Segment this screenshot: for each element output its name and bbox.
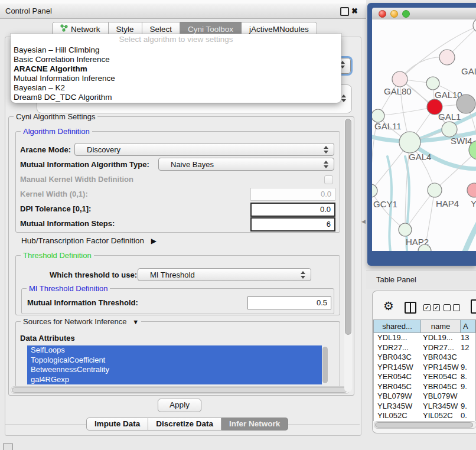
- table-cell[interactable]: [459, 392, 475, 402]
- dpi-tolerance-input[interactable]: 0.0: [250, 203, 335, 217]
- mi-threshold-input[interactable]: 0.5: [247, 296, 331, 309]
- column-header-name[interactable]: name: [421, 320, 461, 332]
- table-cell[interactable]: [459, 353, 475, 363]
- network-node-gcy1[interactable]: [372, 184, 377, 197]
- table-row[interactable]: YLR345WYLR345W9.: [374, 402, 475, 412]
- network-node-hap2[interactable]: [399, 223, 412, 236]
- attribute-item[interactable]: SelfLoops: [27, 345, 322, 356]
- settings-vertical-scrollbar[interactable]: [344, 118, 352, 392]
- table-cell[interactable]: 9.: [459, 402, 475, 412]
- select-all-icon[interactable]: ✓ ✓: [423, 304, 440, 311]
- table-horizontal-scrollbar[interactable]: [374, 421, 476, 429]
- table-row[interactable]: YBR043CYBR043C: [374, 353, 475, 363]
- gear-icon[interactable]: ⚙: [383, 299, 394, 313]
- table-cell[interactable]: 12: [459, 343, 475, 353]
- dropdown-item[interactable]: Bayesian – K2: [11, 83, 341, 93]
- column-header-partial[interactable]: A: [461, 320, 475, 332]
- show-columns-icon[interactable]: [405, 302, 416, 314]
- aracne-mode-combobox[interactable]: Discovery: [74, 143, 334, 156]
- attribute-item[interactable]: TopologicalCoefficient: [27, 356, 322, 366]
- table-row[interactable]: YDR27...YDR27...12: [374, 343, 475, 353]
- mac-minimize-button[interactable]: [390, 10, 398, 18]
- table-cell[interactable]: 9.: [459, 363, 475, 373]
- table-cell[interactable]: YLR345W: [374, 402, 420, 412]
- table-cell[interactable]: YBR043C: [374, 353, 420, 363]
- table-row[interactable]: YER054CYER054C8.: [374, 372, 475, 382]
- network-edge[interactable]: [378, 107, 435, 116]
- panel-corner-icon[interactable]: [3, 443, 13, 450]
- table-cell[interactable]: 8.: [459, 372, 475, 382]
- network-node-gal11[interactable]: [372, 109, 384, 122]
- table-cell[interactable]: 13: [459, 333, 475, 343]
- divider-collapse-icon[interactable]: ◀: [361, 219, 366, 224]
- table-cell[interactable]: YPR145W: [374, 363, 420, 373]
- table-cell[interactable]: YDR27...: [420, 343, 459, 353]
- node-label: SWI4: [451, 136, 472, 146]
- table-cell[interactable]: YER054C: [374, 372, 420, 382]
- mi-steps-input[interactable]: 6: [250, 217, 335, 231]
- combobox-value: MI Threshold: [150, 270, 195, 279]
- table-cell[interactable]: YBL079W: [374, 392, 420, 402]
- table-cell[interactable]: YBR045C: [420, 382, 459, 392]
- apply-button[interactable]: Apply: [158, 399, 201, 412]
- table-cell[interactable]: YLR345W: [420, 402, 459, 412]
- table-cell[interactable]: YPR145W: [420, 363, 459, 373]
- kernel-width-input[interactable]: 0.0: [250, 188, 335, 201]
- tab-impute-data[interactable]: Impute Data: [86, 418, 148, 431]
- which-threshold-combobox[interactable]: MI Threshold: [138, 268, 311, 281]
- tab-discretize-data[interactable]: Discretize Data: [148, 418, 221, 431]
- table-cell[interactable]: YIL052C: [420, 411, 459, 421]
- attribute-item[interactable]: BetweennessCentrality: [27, 365, 322, 375]
- hub-definition-label: Hub/Transcription Factor Definition: [21, 236, 144, 245]
- network-node-gal10[interactable]: [426, 77, 439, 90]
- table-cell[interactable]: YIL052C: [374, 411, 420, 421]
- table-cell[interactable]: YDL19...: [374, 333, 420, 343]
- table-cell[interactable]: YDR27...: [374, 343, 420, 353]
- checked-box-icon: ✓: [423, 304, 431, 311]
- expand-arrow-icon: ▶: [151, 237, 157, 245]
- collapse-arrow-icon[interactable]: ▼: [132, 318, 139, 325]
- new-table-icon[interactable]: [471, 299, 476, 314]
- network-canvas[interactable]: GALGAL80GAL10GAL1GAL11SWI4GAL4GCY1HAP4YH…: [372, 19, 476, 251]
- float-window-icon[interactable]: [340, 7, 349, 16]
- dropdown-item[interactable]: Dream8 DC_TDC Algorithm: [11, 93, 341, 102]
- manual-kernel-checkbox[interactable]: [324, 175, 333, 184]
- attribute-item[interactable]: gal4RGexp: [27, 375, 322, 385]
- dropdown-item[interactable]: Basic Correlation Inference: [11, 55, 341, 64]
- settings-horizontal-scrollbar[interactable]: [11, 386, 350, 394]
- table-row[interactable]: YIL052CYIL052C0.: [374, 411, 475, 421]
- deselect-all-icon[interactable]: [444, 304, 460, 311]
- network-node-gal80[interactable]: [392, 71, 407, 87]
- network-node-gal4[interactable]: [399, 132, 420, 153]
- close-icon[interactable]: ✖: [351, 4, 358, 18]
- table-row[interactable]: YBR045CYBR045C9.: [374, 382, 475, 392]
- table-cell[interactable]: 0.: [459, 411, 475, 421]
- dropdown-item[interactable]: Mutual Information Inference: [11, 74, 341, 83]
- network-node-gal[interactable]: [439, 50, 455, 65]
- network-window-titlebar[interactable]: [372, 8, 476, 20]
- network-node[interactable]: [457, 94, 475, 113]
- table-cell[interactable]: 9.: [459, 382, 475, 392]
- dropdown-item[interactable]: Bayesian – Hill Climbing: [11, 45, 341, 55]
- hub-definition-toggle[interactable]: Hub/Transcription Factor Definition ▶: [21, 236, 157, 245]
- table-cell[interactable]: YBR043C: [420, 353, 459, 363]
- mac-close-button[interactable]: [379, 10, 386, 18]
- unchecked-box-icon: [453, 304, 460, 311]
- table-cell[interactable]: YBR045C: [374, 382, 420, 392]
- mi-type-combobox[interactable]: Naive Bayes: [158, 158, 334, 171]
- attributes-scrollbar[interactable]: [322, 346, 328, 384]
- mac-zoom-button[interactable]: [402, 10, 410, 18]
- dropdown-item-selected[interactable]: ARACNE Algorithm: [11, 64, 341, 74]
- column-header-shared-name[interactable]: shared...: [374, 320, 421, 332]
- tab-infer-network[interactable]: Infer Network: [221, 418, 288, 431]
- network-node-hap4[interactable]: [428, 183, 442, 197]
- network-node-y[interactable]: [467, 183, 476, 197]
- network-edge[interactable]: [372, 191, 405, 230]
- table-row[interactable]: YBL079WYBL079W: [374, 392, 475, 402]
- table-cell[interactable]: YER054C: [420, 372, 459, 382]
- table-cell[interactable]: YBL079W: [420, 392, 459, 402]
- network-node-swi4[interactable]: [442, 122, 457, 137]
- table-cell[interactable]: YDL19...: [420, 333, 459, 343]
- table-row[interactable]: YDL19...YDL19...13: [374, 333, 475, 343]
- table-row[interactable]: YPR145WYPR145W9.: [374, 363, 475, 373]
